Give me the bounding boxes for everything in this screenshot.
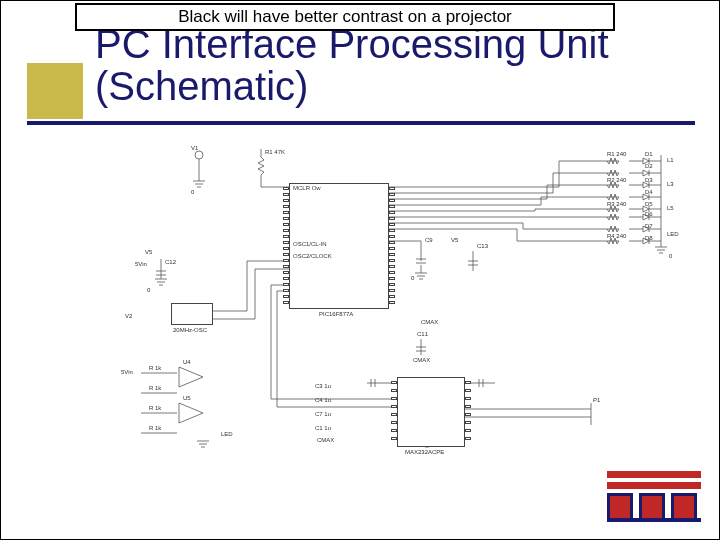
chip-max232 <box>397 377 465 447</box>
lbl-d7: D7 <box>645 223 653 229</box>
lbl-cmax1: CMAX <box>317 437 334 443</box>
lbl-c11: C11 <box>417 331 428 337</box>
lbl-c13: C13 <box>477 243 488 249</box>
lbl-u4: U4 <box>183 359 191 365</box>
lbl-osc2: OSC2/CLOCK <box>293 253 332 259</box>
lbl-gnd1: 0 <box>147 287 150 293</box>
lbl-rn1: R1 240 <box>607 151 626 157</box>
banner-text: Black will have better contrast on a pro… <box>178 7 512 26</box>
lbl-rn3: R3 240 <box>607 201 626 207</box>
lbl-c9: C9 <box>425 237 433 243</box>
lbl-d1: D1 <box>645 151 653 157</box>
lbl-l3: L3 <box>667 181 674 187</box>
lbl-osc: 20MHz-OSC <box>173 327 207 333</box>
lbl-d4: D4 <box>645 189 653 195</box>
schematic-diagram: MCLR Ow OSC1/CL-IN OSC2/CLOCK PIC16F877A… <box>121 141 701 491</box>
accent-square <box>27 63 83 119</box>
lbl-rk3: R 1k <box>149 405 161 411</box>
lbl-d2: D2 <box>645 163 653 169</box>
lbl-mclr: MCLR Ow <box>293 185 321 191</box>
lbl-rk2: R 1k <box>149 385 161 391</box>
contrast-banner: Black will have better contrast on a pro… <box>75 3 615 31</box>
lbl-c1: C1 1u <box>315 425 331 431</box>
lbl-c3: C3 1u <box>315 383 331 389</box>
logo-bar-icon <box>607 471 701 478</box>
svg-point-0 <box>195 151 203 159</box>
lbl-l5: L5 <box>667 205 674 211</box>
title-block: PC Interface Processing Unit (Schematic) <box>27 23 695 123</box>
lbl-v1: V1 <box>191 145 198 151</box>
lbl-c12: C12 <box>165 259 176 265</box>
lbl-cmax2: CMAX <box>413 357 430 363</box>
lbl-rk4: R 1k <box>149 425 161 431</box>
logo-lms <box>607 471 701 525</box>
lbl-gnd0a: 0 <box>191 189 194 195</box>
lbl-gnd3: 0 <box>669 253 672 259</box>
lbl-ledtxt: LED <box>221 431 233 437</box>
slide: Black will have better contrast on a pro… <box>0 0 720 540</box>
lbl-u5: U5 <box>183 395 191 401</box>
lbl-d5: D5 <box>645 201 653 207</box>
lbl-cmax3: CMAX <box>421 319 438 325</box>
lbl-rk1: R 1k <box>149 365 161 371</box>
slide-title: PC Interface Processing Unit (Schematic) <box>95 23 609 107</box>
lbl-p1: P1 <box>593 397 600 403</box>
lbl-led: LED <box>667 231 679 237</box>
lbl-v2: V2 <box>125 313 132 319</box>
lbl-pic: PIC16F877A <box>319 311 353 317</box>
lbl-d6: D6 <box>645 211 653 217</box>
lbl-r1: R1 47K <box>265 149 285 155</box>
lbl-v5: V5 <box>145 249 152 255</box>
lbl-d3: D3 <box>645 177 653 183</box>
lbl-gnd2: 0 <box>411 275 414 281</box>
lbl-v5b: V5 <box>451 237 458 243</box>
lbl-rn2: R2 240 <box>607 177 626 183</box>
logo-block-icon <box>639 493 665 521</box>
lbl-5vin2: 5Vin <box>121 369 133 375</box>
logo-block-icon <box>607 493 633 521</box>
title-line2: (Schematic) <box>95 64 308 108</box>
lbl-l1: L1 <box>667 157 674 163</box>
logo-bar-icon <box>607 482 701 489</box>
osc-block <box>171 303 213 325</box>
lbl-c7: C7 1u <box>315 411 331 417</box>
logo-strip-icon <box>607 518 701 522</box>
logo-block-icon <box>671 493 697 521</box>
lbl-rn4: R4 240 <box>607 233 626 239</box>
lbl-osc1: OSC1/CL-IN <box>293 241 327 247</box>
lbl-5vin: 5Vin <box>135 261 147 267</box>
lbl-d8: D8 <box>645 235 653 241</box>
lbl-max232: MAX232ACPE <box>405 449 444 455</box>
lbl-c4: C4 1u <box>315 397 331 403</box>
title-underline <box>27 121 695 125</box>
